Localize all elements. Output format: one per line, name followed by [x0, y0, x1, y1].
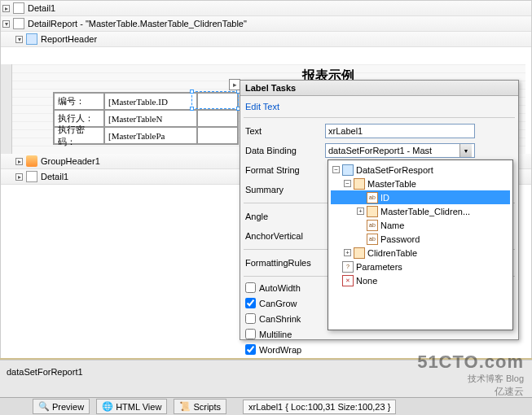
expand-icon[interactable]: ▸: [15, 173, 23, 181]
band-icon: [26, 171, 37, 182]
text-label: Text: [244, 126, 325, 136]
anchor-label: AnchorVertical: [244, 231, 325, 241]
field-icon: ab: [367, 234, 378, 245]
table-icon: [354, 178, 365, 190]
text-input[interactable]: [325, 124, 475, 138]
combo-text: dataSetForReport1 - Mast: [328, 146, 432, 155]
watermark-sm: 技术博客 Blog: [468, 374, 524, 383]
params-icon: ?: [342, 261, 354, 273]
chk-label: WordWrap: [259, 345, 301, 355]
dd-item-dataset[interactable]: −DataSetForResport: [331, 163, 510, 177]
multiline-checkbox[interactable]: [245, 329, 256, 339]
edit-text-link[interactable]: Edit Text: [244, 99, 515, 114]
status-label: xrLabel1 { Loc:100,31 Size:100,23 }: [243, 400, 396, 414]
field-icon: ab: [367, 192, 378, 203]
label-cell[interactable]: 编号：: [54, 93, 104, 110]
value-cell[interactable]: [MasterTable.ID: [104, 93, 197, 110]
expand-icon[interactable]: ▸: [2, 5, 10, 12]
tab-label: Preview: [52, 402, 84, 412]
minus-icon[interactable]: −: [344, 180, 351, 187]
dd-label: Parameters: [356, 262, 402, 272]
none-icon: ✕: [342, 275, 354, 286]
minus-icon[interactable]: −: [332, 166, 340, 173]
collapse-icon[interactable]: ▾: [2, 20, 10, 28]
tab-label: HTML View: [116, 402, 161, 412]
tree-detail1[interactable]: ▸ Detail1: [1, 1, 531, 16]
dd-item-password[interactable]: abPassword: [331, 232, 510, 246]
tree-label: Detail1: [28, 3, 55, 13]
expand-icon[interactable]: ▸: [15, 158, 23, 165]
dd-label: ID: [380, 193, 389, 203]
autowidth-checkbox[interactable]: [245, 282, 256, 293]
selection-outline: [191, 91, 239, 109]
tree-detailreport[interactable]: ▾ DetailReport - "MasterTable.MasterTabl…: [1, 16, 531, 32]
view-tabs: 🔍Preview 🌐HTML View 📜Scripts xrLabel1 { …: [0, 397, 532, 415]
plus-icon[interactable]: +: [357, 208, 364, 215]
popup-title: Label Tasks: [240, 81, 518, 96]
tree-reportheader[interactable]: ▾ ReportHeader: [1, 32, 531, 47]
dd-item-master[interactable]: −MasterTable: [331, 177, 510, 190]
tab-html[interactable]: 🌐HTML View: [96, 399, 167, 414]
chk-label: CanGrow: [259, 299, 297, 308]
scripts-icon: 📜: [179, 401, 191, 412]
collapse-icon[interactable]: ▾: [15, 36, 23, 43]
format-label: Format String: [244, 165, 325, 175]
empty-cell[interactable]: [197, 127, 238, 144]
tab-scripts[interactable]: 📜Scripts: [174, 399, 226, 414]
smart-tag-icon[interactable]: [229, 79, 240, 90]
dd-label: MasterTable: [367, 179, 416, 189]
dd-label: Name: [380, 221, 404, 230]
chevron-down-icon[interactable]: ▼: [459, 144, 472, 157]
dd-item-clidren[interactable]: +MasterTable_Clidren...: [331, 204, 510, 218]
chk-label: AutoWidth: [259, 283, 301, 293]
table-icon: [354, 247, 365, 259]
resize-handle[interactable]: [190, 107, 194, 111]
summary-label: Summary: [244, 185, 325, 194]
cangrow-checkbox[interactable]: [245, 298, 256, 308]
angle-label: Angle: [244, 212, 325, 221]
binding-combo[interactable]: dataSetForReport1 - Mast▼: [325, 143, 475, 158]
table-icon: [367, 206, 378, 217]
rules-label: FormattingRules: [244, 258, 325, 268]
watermark-big: 51CTO.com: [417, 352, 524, 373]
dd-item-name[interactable]: abName: [331, 218, 510, 232]
tree-label: GroupHeader1: [41, 156, 100, 166]
html-icon: 🌐: [102, 401, 113, 412]
binding-label: Data Binding: [244, 146, 325, 155]
binding-dropdown: −DataSetForResport −MasterTable abID +Ma…: [328, 159, 513, 330]
tree-label: Detail1: [41, 172, 68, 181]
band-icon: [13, 18, 24, 29]
value-cell[interactable]: [MasterTableN: [104, 110, 197, 127]
dd-label: MasterTable_Clidren...: [380, 207, 470, 216]
canshrink-checkbox[interactable]: [245, 313, 256, 324]
label-cell[interactable]: 执行密码：: [54, 127, 104, 144]
tree-label: DetailReport - "MasterTable.MasterTable_…: [28, 19, 247, 28]
resize-handle[interactable]: [190, 90, 194, 94]
ruler-gutter: [1, 64, 12, 154]
value-cell[interactable]: [MasterTablePa: [104, 127, 197, 144]
preview-icon: 🔍: [38, 401, 50, 412]
tab-preview[interactable]: 🔍Preview: [33, 399, 90, 414]
dd-label: ClidrenTable: [367, 248, 417, 258]
chk-label: CanShrink: [259, 314, 301, 324]
wordwrap-checkbox[interactable]: [245, 344, 256, 355]
dataset-icon: [342, 164, 354, 176]
watermark: 51CTO.com 技术博客 Blog 亿速云: [417, 352, 524, 399]
dd-label: None: [356, 276, 377, 286]
tree-label: ReportHeader: [41, 34, 97, 44]
dd-item-id[interactable]: abID: [331, 190, 510, 204]
dd-item-none[interactable]: ✕None: [331, 273, 510, 287]
dd-label: Password: [380, 234, 420, 244]
band-icon: [13, 2, 24, 14]
plus-icon[interactable]: +: [344, 249, 351, 256]
empty-cell[interactable]: [197, 110, 238, 127]
watermark-sm2: 亿速云: [417, 385, 524, 399]
report-icon: [26, 33, 37, 45]
chk-label: Multiline: [259, 330, 292, 339]
field-icon: ab: [367, 220, 378, 231]
dd-label: DataSetForResport: [356, 165, 433, 175]
dd-item-clidrentable[interactable]: +ClidrenTable: [331, 246, 510, 260]
groupheader-icon: [26, 155, 37, 167]
tab-label: Scripts: [193, 402, 221, 412]
dd-item-params[interactable]: ?Parameters: [331, 260, 510, 273]
